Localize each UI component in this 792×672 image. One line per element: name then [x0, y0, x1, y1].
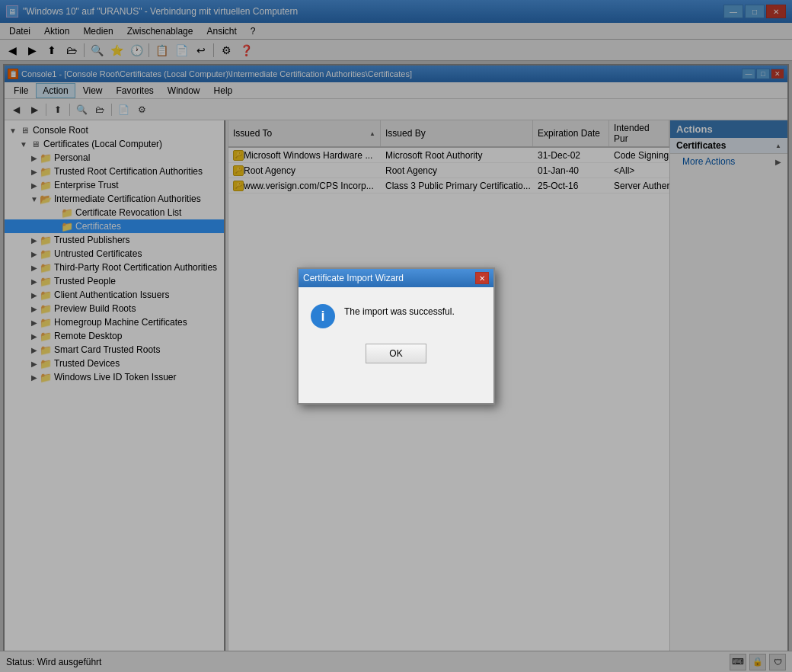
modal-overlay: Certificate Import Wizard ✕ i The import…: [0, 0, 792, 672]
modal-title: Certificate Import Wizard: [303, 273, 404, 283]
modal-body: i The import was successful.: [299, 287, 493, 338]
modal-title-bar: Certificate Import Wizard ✕: [299, 269, 493, 287]
modal-dialog: Certificate Import Wizard ✕ i The import…: [297, 267, 495, 405]
modal-message: The import was successful.: [344, 302, 455, 318]
modal-close-button[interactable]: ✕: [475, 272, 489, 284]
modal-footer: OK: [299, 338, 493, 376]
modal-ok-button[interactable]: OK: [366, 344, 426, 363]
modal-info-icon: i: [311, 304, 335, 328]
